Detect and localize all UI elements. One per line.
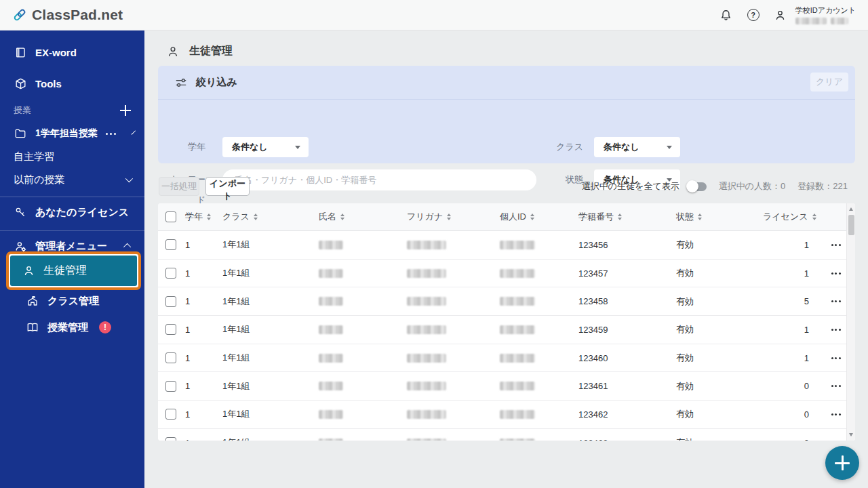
column-header-class[interactable]: クラス (222, 211, 319, 223)
sidebar-item-student-mgmt-selected[interactable]: 生徒管理 (6, 251, 141, 290)
folder-icon (14, 127, 27, 140)
notifications-bell-icon[interactable] (719, 8, 733, 22)
chevron-up-icon[interactable] (123, 243, 131, 251)
sort-icon (254, 214, 258, 220)
row-checkbox[interactable] (165, 381, 176, 392)
classpad-chain-icon (12, 7, 27, 22)
account-type-label: 学校IDアカウント (795, 5, 856, 16)
cell-license: 1 (763, 353, 825, 363)
column-header-license[interactable]: ライセンス (763, 211, 825, 223)
cell-license: 1 (763, 325, 825, 335)
table-row: 1 1年1組 123462 有効 0 (158, 401, 855, 429)
sort-icon (698, 214, 702, 220)
batch-action-button[interactable]: 一括処理 (159, 177, 199, 196)
caret-down-icon (295, 146, 300, 149)
folder-more-icon[interactable] (106, 133, 116, 135)
sidebar-item-previous-lessons[interactable]: 以前の授業 (0, 168, 144, 191)
cell-grade: 1 (185, 268, 222, 279)
student-person-icon (22, 264, 35, 278)
scroll-up-icon[interactable] (849, 207, 853, 211)
cell-kana-redacted (407, 297, 500, 306)
clear-filter-button[interactable]: クリア (810, 73, 848, 92)
scroll-down-icon[interactable] (849, 433, 853, 436)
cell-status: 有効 (676, 296, 763, 308)
cell-name-redacted (319, 297, 407, 306)
cell-license: 0 (763, 409, 825, 420)
select-all-checkbox[interactable] (165, 211, 176, 222)
table-scrollbar[interactable] (846, 203, 855, 441)
account-info[interactable]: 学校IDアカウント (795, 5, 856, 24)
sidebar-item-tools[interactable]: Tools (0, 72, 144, 95)
row-checkbox[interactable] (165, 409, 176, 420)
table-row: 1 1年1組 123463 有効 0 (158, 429, 855, 441)
row-checkbox[interactable] (165, 437, 176, 441)
sidebar-item-your-license[interactable]: あなたのライセンス (0, 201, 144, 224)
sidebar-section-lessons: 授業 (0, 99, 144, 122)
row-menu-button[interactable] (830, 241, 842, 249)
sidebar-item-self-study[interactable]: 自主学習 (0, 145, 144, 168)
table-row: 1 1年1組 123459 有効 1 (158, 316, 855, 344)
plus-icon (835, 455, 850, 470)
cell-personal-id-redacted (500, 382, 578, 390)
cell-kana-redacted (407, 325, 500, 334)
cell-student-no: 123458 (578, 296, 676, 306)
row-menu-button[interactable] (830, 411, 842, 418)
cell-grade: 1 (185, 438, 222, 441)
chevron-down-icon[interactable] (125, 175, 133, 182)
column-header-grade[interactable]: 学年 (185, 211, 222, 223)
student-person-icon (166, 45, 180, 58)
table-header-row: 学年 クラス 氏名 フリガナ 個人ID (158, 203, 855, 231)
row-checkbox[interactable] (165, 324, 176, 335)
row-checkbox[interactable] (165, 239, 176, 250)
sidebar-item-class-mgmt[interactable]: クラス管理 (0, 289, 144, 312)
logo-text: ClassPad.net (32, 7, 123, 23)
add-lesson-icon[interactable] (120, 105, 131, 116)
cell-student-no: 123462 (578, 409, 676, 420)
row-checkbox[interactable] (165, 296, 176, 307)
show-selected-toggle[interactable] (688, 182, 707, 191)
sidebar-item-lesson-folder[interactable]: 1学年担当授業 (0, 122, 144, 145)
column-header-status[interactable]: 状態 (676, 211, 763, 223)
add-student-fab[interactable] (825, 446, 859, 480)
cell-status: 有効 (676, 436, 763, 441)
app-logo[interactable]: ClassPad.net (12, 7, 123, 23)
sort-icon (447, 214, 451, 220)
import-button[interactable]: インポート (205, 177, 250, 196)
cell-student-no: 123457 (578, 268, 676, 279)
cell-grade: 1 (185, 353, 222, 363)
sidebar-item-ex-word[interactable]: EX-word (0, 41, 144, 64)
cell-class: 1年1組 (222, 408, 319, 420)
column-header-name[interactable]: 氏名 (319, 211, 407, 223)
row-checkbox[interactable] (165, 352, 176, 363)
chevron-down-icon[interactable] (132, 130, 136, 134)
sidebar-divider (0, 230, 144, 231)
account-person-icon[interactable] (774, 8, 787, 22)
row-menu-button[interactable] (830, 354, 842, 362)
sort-icon (618, 214, 622, 220)
column-header-student-no[interactable]: 学籍番号 (578, 211, 676, 223)
class-filter-select[interactable]: 条件なし (594, 137, 680, 157)
column-header-kana[interactable]: フリガナ (407, 211, 500, 223)
sidebar-item-lesson-mgmt[interactable]: 授業管理 ! (0, 316, 144, 339)
table-row: 1 1年1組 123461 有効 0 (158, 372, 855, 401)
alert-badge-icon: ! (99, 321, 111, 333)
grade-filter-select[interactable]: 条件なし (222, 137, 309, 157)
sidebar: EX-word Tools 授業 1学年担当授業 (0, 30, 144, 488)
cell-personal-id-redacted (500, 354, 578, 363)
cell-name-redacted (319, 269, 407, 278)
cell-name-redacted (319, 325, 407, 334)
row-menu-button[interactable] (830, 298, 842, 305)
scrollbar-thumb[interactable] (848, 215, 854, 235)
cell-kana-redacted (407, 410, 500, 419)
row-menu-button[interactable] (830, 326, 842, 333)
cell-license: 0 (763, 381, 825, 391)
column-header-personal-id[interactable]: 個人ID (500, 211, 578, 223)
cell-class: 1年1組 (222, 323, 319, 336)
grade-filter-label: 学年 (162, 137, 205, 157)
cell-personal-id-redacted (500, 410, 578, 419)
row-menu-button[interactable] (830, 439, 842, 441)
row-checkbox[interactable] (165, 268, 176, 279)
row-menu-button[interactable] (830, 382, 842, 390)
help-icon[interactable]: ? (747, 8, 760, 22)
row-menu-button[interactable] (830, 270, 842, 277)
